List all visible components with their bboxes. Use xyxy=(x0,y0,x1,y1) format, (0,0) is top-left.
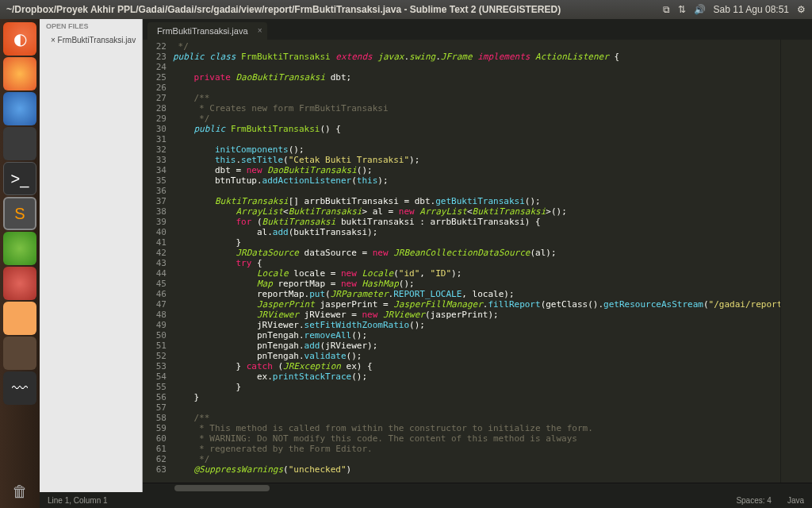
launcher-item-terminal[interactable]: >_ xyxy=(3,162,36,195)
horizontal-scrollbar[interactable] xyxy=(143,483,812,492)
close-icon[interactable]: × xyxy=(258,26,262,35)
launcher-item-trash[interactable]: 🗑 xyxy=(3,475,36,508)
line-gutter: 2223242526272829303132333435363738394041… xyxy=(143,40,173,483)
launcher-item-app-green[interactable] xyxy=(3,232,36,265)
sublime-window: OPEN FILES × FrmBuktiTransaksi.jav FrmBu… xyxy=(40,19,812,508)
scrollbar-thumb[interactable] xyxy=(174,485,270,491)
top-panel: ~/Dropbox/Proyek Akhir PPL/Gadai/Gadai/s… xyxy=(0,0,812,19)
launcher-item-app-blue[interactable] xyxy=(3,127,36,160)
sidebar-open-file[interactable]: × FrmBuktiTransaksi.jav xyxy=(40,33,142,47)
minimap[interactable] xyxy=(780,40,812,483)
code-editor[interactable]: 2223242526272829303132333435363738394041… xyxy=(143,40,812,483)
system-indicators: ⧉ ⇅ 🔊 Sab 11 Agu 08:51 ⚙ xyxy=(663,4,806,15)
status-bar: Line 1, Column 1 Spaces: 4 Java xyxy=(40,492,812,508)
launcher-item-sublime-text[interactable]: S xyxy=(3,197,36,230)
launcher-item-firefox[interactable] xyxy=(3,57,36,90)
editor-tab[interactable]: FrmBuktiTransaksi.java× xyxy=(147,22,267,40)
launcher-item-thunderbird[interactable] xyxy=(3,92,36,125)
network-icon[interactable]: ⇅ xyxy=(678,4,686,15)
launcher-item-gimp[interactable] xyxy=(3,337,36,370)
status-spaces[interactable]: Spaces: 4 xyxy=(736,496,771,505)
status-cursor[interactable]: Line 1, Column 1 xyxy=(48,496,108,505)
launcher-item-files[interactable] xyxy=(3,302,36,335)
open-files-header: OPEN FILES xyxy=(40,19,142,33)
launcher-item-app-red[interactable] xyxy=(3,267,36,300)
launcher-item-dash-home[interactable]: ◐ xyxy=(3,22,36,56)
sidebar: OPEN FILES × FrmBuktiTransaksi.jav xyxy=(40,19,143,492)
status-language[interactable]: Java xyxy=(787,496,804,505)
clock[interactable]: Sab 11 Agu 08:51 xyxy=(714,4,789,15)
tab-bar: FrmBuktiTransaksi.java× xyxy=(143,19,812,40)
gear-icon[interactable]: ⚙ xyxy=(797,4,806,15)
editor-area: FrmBuktiTransaksi.java× 2223242526272829… xyxy=(143,19,812,492)
window-title: ~/Dropbox/Proyek Akhir PPL/Gadai/Gadai/s… xyxy=(6,4,663,15)
dropbox-icon[interactable]: ⧉ xyxy=(663,4,670,15)
code-content[interactable]: */public class FrmBuktiTransaksi extends… xyxy=(173,40,780,483)
unity-launcher: ◐>_S〰🗑 xyxy=(0,19,40,508)
sound-icon[interactable]: 🔊 xyxy=(694,4,706,15)
launcher-item-system-monitor[interactable]: 〰 xyxy=(3,371,36,405)
